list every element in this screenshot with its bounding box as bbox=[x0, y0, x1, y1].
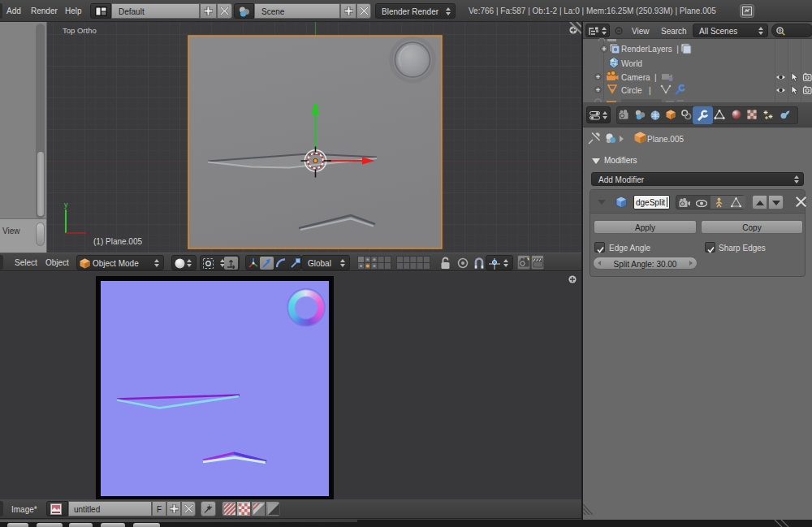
svg-text:y: y bbox=[64, 201, 68, 209]
svg-text:x: x bbox=[88, 229, 92, 237]
svg-text:Top Ortho: Top Ortho bbox=[63, 26, 97, 35]
svg-text:(1) Plane.005: (1) Plane.005 bbox=[93, 237, 142, 246]
